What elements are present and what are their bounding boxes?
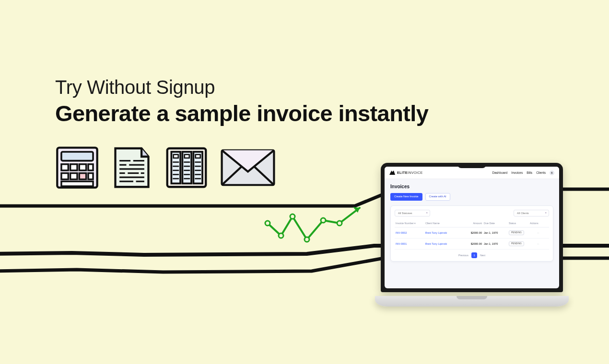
table-row: INV-0002 Brett Tony Lipinski $2000.00 Ja…	[395, 228, 549, 239]
status-filter[interactable]: All Statuses	[395, 210, 430, 216]
app-nav: ELITEINVOICE Dashboard Invoices Bills Cl…	[385, 167, 559, 179]
col-status: Status	[509, 222, 528, 225]
cell-amount: $2000.00	[460, 242, 482, 245]
chart-arrow-icon	[264, 199, 369, 254]
col-number[interactable]: Invoice Number	[396, 222, 423, 225]
col-client: Client Name	[425, 222, 458, 225]
nav-dashboard[interactable]: Dashboard	[492, 171, 508, 174]
cell-amount: $2000.00	[460, 231, 482, 234]
svg-rect-3	[70, 164, 77, 171]
laptop-mock: ELITEINVOICE Dashboard Invoices Bills Cl…	[375, 163, 569, 307]
svg-rect-1	[61, 152, 93, 161]
invoice-number-link[interactable]: INV-0001	[396, 242, 423, 245]
brand-thin: INVOICE	[408, 171, 423, 175]
brand-logo: ELITEINVOICE	[389, 171, 423, 175]
svg-rect-8	[79, 173, 86, 180]
svg-rect-7	[70, 173, 77, 180]
client-link[interactable]: Brett Tony Lipinski	[425, 231, 458, 234]
brand-bold: ELITE	[397, 171, 408, 175]
avatar[interactable]: B	[550, 171, 554, 175]
col-actions: Actions	[530, 222, 546, 225]
status-badge: PENDING	[509, 241, 524, 246]
invoice-number-link[interactable]: INV-0002	[396, 231, 423, 234]
file-cabinet-icon	[164, 146, 209, 190]
svg-rect-5	[88, 164, 93, 171]
svg-rect-2	[61, 164, 68, 171]
envelope-icon	[219, 146, 277, 190]
client-link[interactable]: Brett Tony Lipinski	[425, 242, 458, 245]
invoice-table-card: All Statuses All Clients Invoice Number …	[390, 205, 553, 262]
table-header: Invoice Number Client Name Amount Due Da…	[395, 220, 549, 228]
svg-point-46	[279, 233, 283, 238]
svg-point-49	[321, 218, 326, 223]
nav-invoices[interactable]: Invoices	[511, 171, 523, 174]
subheadline: Try Without Signup	[55, 77, 609, 98]
laptop-notch	[457, 163, 486, 168]
svg-rect-4	[79, 164, 86, 171]
nav-clients[interactable]: Clients	[536, 171, 546, 174]
col-due: Due Date	[484, 222, 507, 225]
col-amount: Amount	[460, 222, 482, 225]
status-badge: PENDING	[509, 230, 524, 235]
svg-point-50	[337, 221, 342, 226]
cell-due: Jan 1, 1970	[484, 242, 507, 245]
page-title: Invoices	[390, 184, 553, 189]
calculator-icon	[55, 146, 99, 190]
svg-rect-26	[174, 155, 178, 158]
pagination: Previous 1 Next	[395, 252, 549, 258]
svg-point-47	[290, 214, 295, 219]
svg-rect-27	[185, 155, 189, 158]
svg-point-48	[304, 237, 309, 242]
table-row: INV-0001 Brett Tony Lipinski $2000.00 Ja…	[395, 239, 549, 250]
svg-rect-6	[61, 173, 68, 180]
pager-prev[interactable]: Previous	[458, 254, 468, 257]
create-invoice-button[interactable]: Create New Invoice	[390, 193, 422, 201]
nav-bills[interactable]: Bills	[527, 171, 532, 174]
cell-due: Jan 1, 1970	[484, 231, 507, 234]
row-actions[interactable]: ···	[530, 242, 546, 245]
laptop-deck	[375, 296, 569, 307]
create-with-ai-button[interactable]: Create with AI	[425, 193, 450, 201]
row-actions[interactable]: ···	[530, 231, 546, 234]
document-icon	[110, 146, 154, 190]
brand-mark-icon	[389, 171, 395, 175]
svg-rect-10	[61, 182, 93, 186]
pager-next[interactable]: Next	[480, 254, 485, 257]
svg-rect-9	[88, 173, 93, 180]
pager-page[interactable]: 1	[471, 252, 477, 258]
svg-rect-28	[196, 155, 200, 158]
client-filter[interactable]: All Clients	[514, 210, 549, 216]
svg-point-45	[265, 221, 270, 226]
headline: Generate a sample invoice instantly	[55, 100, 609, 126]
